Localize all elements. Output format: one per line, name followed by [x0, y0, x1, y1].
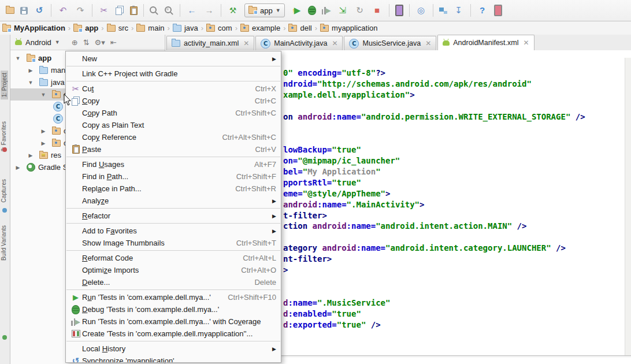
- code-segment: :name=: [347, 221, 376, 231]
- menu-item[interactable]: New▶: [66, 53, 281, 65]
- help-icon[interactable]: ?: [477, 5, 488, 16]
- menu-item-label: New: [82, 54, 262, 63]
- code-segment: />: [570, 112, 585, 121]
- expanded-arrow-icon[interactable]: ▼: [27, 80, 35, 86]
- tool-window-button[interactable]: 1: Project: [1, 70, 8, 99]
- menu-item[interactable]: Copy PathCtrl+Shift+C: [66, 107, 281, 119]
- forward-icon[interactable]: →: [203, 5, 215, 16]
- menu-item[interactable]: Add to Favorites▶: [66, 225, 281, 237]
- menu-item[interactable]: Delete...Delete: [66, 276, 281, 288]
- package-icon: [240, 25, 249, 32]
- breadcrumb-item[interactable]: app: [72, 24, 99, 32]
- settings-gear-icon[interactable]: ⚙▾: [95, 38, 105, 47]
- avd-manager-icon[interactable]: [395, 5, 403, 16]
- cut-icon[interactable]: ✂: [98, 5, 110, 16]
- menu-item[interactable]: Show Image ThumbnailsCtrl+Shift+T: [66, 237, 281, 249]
- zoom-icon[interactable]: [150, 6, 157, 13]
- menu-item[interactable]: Copy as Plain Text: [66, 119, 281, 131]
- tab-MusicService.java[interactable]: MusicService.java✕: [344, 36, 436, 50]
- breadcrumb-item[interactable]: src: [106, 24, 129, 32]
- gradle-sync-icon[interactable]: ↧: [453, 5, 465, 16]
- breadcrumb-item[interactable]: com: [205, 24, 233, 32]
- close-icon[interactable]: ✕: [243, 39, 249, 47]
- code-segment: "android.permission.WRITE_EXTERNAL_STORA…: [361, 112, 570, 121]
- run-icon[interactable]: ⚡▶: [291, 5, 302, 16]
- menu-separator: [66, 208, 280, 209]
- menu-item[interactable]: ▶Run 'Tests in 'com.example.dell.mya...'…: [66, 291, 281, 303]
- breadcrumb-item[interactable]: example: [239, 24, 281, 32]
- tool-window-icon[interactable]: [2, 335, 7, 340]
- menu-item[interactable]: Run 'Tests in 'com.example.dell.mya...' …: [66, 315, 281, 328]
- menu-item[interactable]: Copy ReferenceCtrl+Alt+Shift+C: [66, 131, 281, 143]
- project-view-selector[interactable]: Android: [25, 38, 51, 47]
- breadcrumb-item[interactable]: main: [135, 24, 165, 32]
- collapsed-arrow-icon[interactable]: ▶: [39, 140, 47, 146]
- menu-item[interactable]: Local History▶: [66, 343, 281, 355]
- device-monitor-icon[interactable]: ◎: [415, 5, 427, 16]
- build-icon[interactable]: ⚒: [227, 5, 239, 16]
- collapsed-arrow-icon[interactable]: ▶: [27, 153, 35, 158]
- close-icon[interactable]: ✕: [425, 39, 431, 47]
- collapsed-arrow-icon[interactable]: ▶: [39, 128, 47, 134]
- code-segment: ".MusicService": [317, 298, 390, 307]
- redo-icon[interactable]: ↷: [75, 5, 86, 16]
- synchronize-icon[interactable]: ↺: [34, 5, 45, 16]
- breadcrumb-item[interactable]: myapplication: [319, 24, 379, 32]
- collapsed-arrow-icon[interactable]: ▶: [14, 165, 22, 170]
- debug-icon[interactable]: [308, 6, 316, 15]
- play-icon: ▶: [294, 5, 301, 16]
- autoscroll-icon[interactable]: ⇅: [83, 38, 90, 47]
- layout-inspector-icon[interactable]: [439, 8, 447, 14]
- tool-window-icon[interactable]: [2, 208, 7, 213]
- menu-item[interactable]: Optimize ImportsCtrl+Alt+O: [66, 264, 281, 276]
- tab-AndroidManifest.xml[interactable]: AndroidManifest.xml✕: [437, 35, 534, 51]
- tab-activity_main.xml[interactable]: activity_main.xml✕: [166, 36, 254, 50]
- breadcrumb-item[interactable]: MyApplication: [1, 24, 66, 32]
- menu-item[interactable]: Find UsagesAlt+F7: [66, 158, 281, 170]
- tool-window-button[interactable]: Captures: [1, 179, 7, 203]
- menu-item[interactable]: ✂CutCtrl+X: [66, 83, 281, 95]
- expanded-arrow-icon[interactable]: ▼: [14, 55, 22, 61]
- menu-item-label: Link C++ Project with Gradle: [82, 69, 276, 78]
- breadcrumb-item[interactable]: java: [172, 24, 199, 32]
- collapse-all-icon[interactable]: ⇤: [110, 38, 117, 47]
- chevron-down-icon[interactable]: ▼: [55, 39, 60, 45]
- breadcrumb-chevron-icon: ›: [281, 24, 287, 32]
- menu-item[interactable]: Create 'Tests in 'com.example.dell.myapp…: [66, 328, 281, 340]
- breadcrumb-item[interactable]: dell: [287, 24, 313, 32]
- scroll-from-source-icon[interactable]: ⊕: [72, 38, 78, 47]
- close-icon[interactable]: ✕: [524, 39, 529, 47]
- editor-error-stripe[interactable]: [625, 58, 631, 355]
- rerun-icon[interactable]: ↻: [354, 5, 366, 16]
- menu-item[interactable]: Reformat CodeCtrl+Alt+L: [66, 252, 281, 264]
- tab-MainActivity.java[interactable]: MainActivity.java✕: [255, 36, 343, 50]
- menu-item[interactable]: Link C++ Project with Gradle: [66, 68, 281, 80]
- back-icon[interactable]: ←: [186, 5, 198, 16]
- menu-item[interactable]: Refactor▶: [66, 210, 281, 222]
- menu-item[interactable]: Analyze▶: [66, 195, 281, 207]
- menu-item[interactable]: Find in Path...Ctrl+Shift+F: [66, 170, 281, 183]
- undo-icon[interactable]: ↶: [57, 5, 69, 16]
- expanded-arrow-icon[interactable]: ▼: [39, 92, 47, 98]
- code-segment: "true": [332, 309, 361, 318]
- close-icon[interactable]: ✕: [332, 39, 337, 47]
- run-coverage-icon[interactable]: [322, 6, 331, 14]
- menu-item[interactable]: ↺Synchronize 'myapplication': [66, 355, 281, 363]
- code-segment: />: [512, 221, 526, 231]
- attach-debugger-icon[interactable]: ⇲: [337, 5, 348, 16]
- android-profiler-icon[interactable]: [494, 5, 502, 16]
- menu-item[interactable]: CopyCtrl+C: [66, 95, 281, 107]
- stop-icon[interactable]: ■: [372, 5, 383, 16]
- tool-window-button[interactable]: Build Variants: [1, 225, 7, 261]
- menu-item[interactable]: PasteCtrl+V: [66, 143, 281, 155]
- find-icon[interactable]: [165, 6, 172, 13]
- menu-item[interactable]: Debug 'Tests in 'com.example.dell.mya...…: [66, 303, 281, 315]
- open-icon[interactable]: [6, 7, 14, 14]
- paste-icon[interactable]: [130, 6, 138, 15]
- collapsed-arrow-icon[interactable]: ▶: [27, 68, 35, 73]
- tool-window-icon[interactable]: [2, 147, 7, 152]
- copy-icon[interactable]: [116, 8, 122, 15]
- menu-item[interactable]: Replace in Path...Ctrl+Shift+R: [66, 183, 281, 195]
- save-all-icon[interactable]: [20, 7, 28, 14]
- run-config-select[interactable]: app▼: [244, 3, 285, 17]
